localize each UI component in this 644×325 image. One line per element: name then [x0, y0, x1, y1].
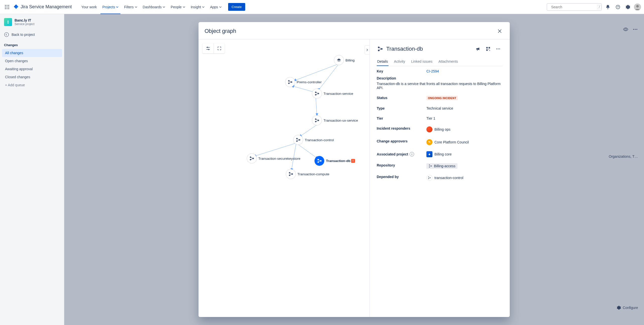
close-button[interactable]	[496, 27, 504, 35]
sidebar-item-all-changes[interactable]: All changes	[2, 49, 62, 57]
nav-apps[interactable]: Apps	[208, 4, 224, 11]
graph-node-prems-controller[interactable]: Prems-controller	[285, 77, 322, 87]
svg-text:?: ?	[617, 6, 619, 9]
svg-rect-5	[8, 7, 9, 7]
graph-node-transaction-control[interactable]: Transaction-control	[293, 135, 334, 145]
info-icon[interactable]: i	[410, 152, 414, 156]
nav-dashboards[interactable]: Dashboards	[140, 4, 168, 11]
svg-text:Transaction-db: Transaction-db	[326, 159, 351, 163]
svg-point-56	[314, 156, 324, 166]
link-icon	[428, 164, 432, 168]
sidebar-item-awaiting-approval[interactable]: Awaiting approval	[2, 65, 62, 73]
chevron-down-icon	[163, 6, 165, 8]
notifications-button[interactable]	[604, 3, 612, 11]
graph-node-transaction-ux-service[interactable]: Transaction-ux-service	[312, 116, 358, 125]
svg-rect-68	[489, 47, 490, 49]
megaphone-icon	[476, 46, 481, 51]
graph-pane[interactable]: Billing Prems-controller Transaction-ser…	[199, 39, 370, 317]
nav-people[interactable]: People	[168, 4, 188, 11]
sidebar-item-open-changes[interactable]: Open changes	[2, 57, 62, 65]
svg-point-78	[431, 166, 432, 167]
project-header[interactable]: Banc.ly IT Service project	[2, 18, 62, 30]
responders-chip[interactable]: Billing ops	[426, 126, 450, 132]
product-name: Jira Service Management	[21, 4, 72, 10]
svg-rect-69	[486, 49, 488, 51]
associated-project-chip[interactable]: Billing core	[426, 151, 452, 157]
chevron-down-icon	[183, 6, 185, 8]
field-description-value: Transaction-db is a service that fronts …	[377, 82, 503, 93]
graph-node-transaction-securekeystore[interactable]: Transaction-securekeystore	[247, 153, 300, 163]
svg-rect-1	[7, 5, 7, 6]
search-input-field[interactable]	[551, 5, 596, 9]
detail-tabs: Details Activity Linked issues Attachmen…	[377, 57, 503, 66]
nav-filters[interactable]: Filters	[121, 4, 140, 11]
nav-insight[interactable]: Insight	[188, 4, 207, 11]
svg-line-66	[379, 49, 381, 50]
create-button[interactable]: Create	[228, 3, 245, 11]
approvers-chip[interactable]: Core Platform Council	[426, 139, 469, 145]
object-icon	[377, 45, 384, 52]
settings-button[interactable]	[624, 3, 632, 11]
object-graph-modal: Object graph	[199, 22, 510, 317]
product-logo[interactable]: Jira Service Management	[13, 4, 72, 10]
svg-rect-7	[7, 8, 7, 9]
tab-activity[interactable]: Activity	[394, 57, 406, 66]
tab-attachments[interactable]: Attachments	[438, 57, 459, 66]
nav-projects[interactable]: Projects	[100, 4, 121, 11]
graph-node-transaction-service[interactable]: Transaction-service	[312, 89, 353, 99]
graph-node-transaction-compute[interactable]: Transaction-compute	[286, 169, 329, 179]
field-responders-label: Incident responders	[377, 126, 424, 133]
svg-rect-6	[5, 8, 6, 9]
svg-line-30	[294, 64, 339, 81]
svg-text:!: !	[353, 159, 354, 162]
svg-point-50	[312, 116, 322, 125]
field-key-value[interactable]: CI-2594	[426, 69, 439, 73]
svg-point-14	[636, 5, 639, 8]
graph-node-transaction-db[interactable]: Transaction-db !	[314, 156, 355, 166]
tab-linked-issues[interactable]: Linked issues	[411, 57, 433, 66]
svg-point-84	[428, 178, 429, 179]
graph-node-billing[interactable]: Billing	[334, 55, 355, 65]
svg-point-79	[429, 167, 430, 168]
field-status-label: Status	[377, 96, 424, 100]
field-tier-value: Tier 1	[426, 116, 503, 120]
svg-rect-67	[486, 47, 488, 49]
repository-chip[interactable]: Billing-access	[426, 163, 458, 169]
object-graph-canvas[interactable]: Billing Prems-controller Transaction-ser…	[199, 39, 369, 191]
project-avatar-icon	[426, 151, 432, 157]
status-badge: ONGOING INCIDENT	[426, 96, 458, 100]
depended-by-chip[interactable]: transaction-control	[426, 175, 463, 181]
add-queue-button[interactable]: + Add queue	[2, 81, 62, 89]
nav-your-work[interactable]: Your work	[79, 4, 99, 11]
field-associated-label: Associated project i	[377, 151, 424, 157]
svg-point-77	[429, 165, 430, 166]
search-shortcut: /	[597, 5, 601, 9]
object-title: Transaction-db	[386, 46, 423, 52]
svg-text:Transaction-compute: Transaction-compute	[297, 172, 329, 176]
app-switcher-button[interactable]	[3, 3, 11, 11]
feedback-button[interactable]	[474, 44, 483, 53]
more-button[interactable]	[494, 44, 503, 53]
svg-rect-3	[5, 7, 6, 7]
svg-line-65	[379, 48, 381, 49]
tab-details[interactable]: Details	[377, 57, 389, 66]
back-to-project[interactable]: Back to project	[2, 30, 62, 39]
help-button[interactable]: ?	[614, 3, 622, 11]
main-content: Organizations, T… Configure Object graph	[64, 14, 644, 325]
close-icon	[497, 28, 502, 34]
svg-text:Transaction-ux-service: Transaction-ux-service	[324, 119, 358, 122]
sidebar-item-closed-changes[interactable]: Closed changes	[2, 73, 62, 81]
profile-avatar[interactable]	[634, 4, 641, 11]
svg-rect-8	[8, 8, 9, 9]
modal-title: Object graph	[205, 28, 236, 34]
chevron-down-icon	[135, 6, 137, 8]
search-input[interactable]: /	[547, 3, 602, 11]
svg-line-85	[429, 177, 430, 178]
more-icon	[496, 46, 501, 51]
nav-items: Your work Projects Filters Dashboards Pe…	[79, 4, 224, 11]
svg-rect-4	[7, 7, 7, 7]
svg-line-38	[253, 143, 296, 156]
qr-button[interactable]	[484, 44, 493, 53]
svg-point-48	[312, 89, 322, 99]
svg-text:Transaction-securekeystore: Transaction-securekeystore	[258, 157, 300, 160]
